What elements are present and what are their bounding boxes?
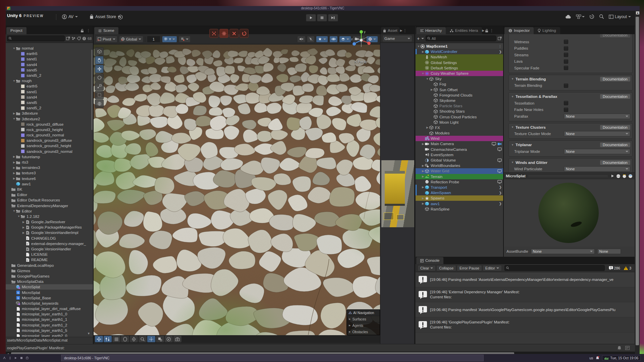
project-searchbox[interactable] <box>7 36 65 41</box>
project-tree-item[interactable]: sandrock_ground3_diffuse <box>6 138 93 143</box>
hierarchy-item[interactable]: Global Volume <box>416 158 503 163</box>
project-tree-item[interactable]: microsplat_layer_earth1_5 <box>6 328 93 333</box>
cloud-icon[interactable] <box>566 14 571 19</box>
expand-arrow[interactable]: ▼ <box>426 77 429 80</box>
prefab-open-chevron[interactable]: ❯ <box>499 202 502 205</box>
expand-arrow[interactable]: ▼ <box>417 45 420 48</box>
orientation-gizmo[interactable]: y x z <box>351 29 372 51</box>
documentation-button[interactable]: Documentation <box>600 125 630 130</box>
hierarchy-item[interactable]: ▶Water Grid <box>416 168 503 174</box>
project-tree-item[interactable]: Editor <box>6 192 93 197</box>
project-tree-item[interactable]: sand5 <box>6 100 93 105</box>
hierarchy-item[interactable]: ▼MapScene1⋮ <box>416 44 503 49</box>
console-log-entry[interactable]: [19:06:46] 'GooglePlayGamesPlugin' Manif… <box>416 317 635 333</box>
project-tree-item[interactable]: ExternalDependencyManager <box>6 203 93 208</box>
project-search-input[interactable] <box>13 37 63 41</box>
console-log-entry[interactable]: [19:06:46] 'External Dependency Manager'… <box>416 287 635 302</box>
sphere-button[interactable] <box>121 336 129 342</box>
section-header[interactable]: ▼Winds and GlitterDocumentation <box>509 159 632 166</box>
hierarchy-item[interactable]: Cirrus Cloud Particles <box>416 114 503 119</box>
project-tree-item[interactable]: earth5 <box>6 51 93 56</box>
project-tree-item[interactable]: microsplat_layer_earth1_2 <box>6 322 93 328</box>
monitor-icon[interactable] <box>497 180 502 184</box>
documentation-button[interactable]: Documentation <box>600 77 630 81</box>
project-tree-item[interactable]: SMicroSplat <box>6 290 93 295</box>
keyboard-layout[interactable]: us <box>589 356 593 360</box>
center-tool-button[interactable] <box>147 336 155 342</box>
expand-arrow[interactable]: ▶ <box>421 197 425 200</box>
lock-icon[interactable] <box>80 29 84 33</box>
documentation-button[interactable]: Documentation <box>600 142 630 147</box>
pause-button[interactable] <box>317 14 327 21</box>
hierarchy-item[interactable]: Modules <box>416 130 503 136</box>
hierarchy-item[interactable]: ▶Main Camera <box>416 141 503 146</box>
hierarchy-item[interactable]: AlienSpawn❯ <box>416 190 503 195</box>
vnc-vertical-scrollbar[interactable]: ▲ <box>635 11 640 357</box>
preview-sphere-icon[interactable] <box>616 174 621 178</box>
project-tree-item[interactable]: rock_ground3_diffuse <box>6 122 93 127</box>
expand-arrow[interactable]: ▶ <box>421 170 425 173</box>
foldout-arrow[interactable]: ▶ <box>349 318 351 320</box>
checkbox[interactable] <box>564 101 568 105</box>
project-tree-item[interactable]: microsplat_layer_earth1_0 <box>6 311 93 317</box>
tab-overflow-arrow[interactable]: ▶ <box>400 29 402 32</box>
wm-icon[interactable] <box>8 356 12 360</box>
monitor-icon[interactable] <box>492 142 496 146</box>
hierarchy-item[interactable]: ▶WorldController❯ <box>416 49 503 54</box>
tray-bell-icon[interactable] <box>596 356 599 360</box>
hierarchy-item[interactable]: EventSystem <box>416 152 503 158</box>
console-log-entry[interactable]: [19:06:46] Parsing manifest 'Assets\Goog… <box>416 302 635 317</box>
console-searchbox[interactable] <box>504 265 605 271</box>
scene-visibility-toggle[interactable] <box>329 36 338 43</box>
project-tree-item[interactable]: ▶futurelamp <box>6 154 93 160</box>
grid-size-field[interactable]: 1 <box>147 36 160 43</box>
project-tree-item[interactable]: GooglePlayGames <box>6 274 93 279</box>
project-tree-item[interactable]: Gizmos <box>6 268 93 274</box>
perspective-label[interactable]: < Persp <box>348 60 374 64</box>
project-tree-item[interactable]: ▼3dtexture2 <box>6 116 93 121</box>
zoom-button[interactable] <box>139 336 147 342</box>
prefab-open-chevron[interactable]: ❯ <box>499 185 502 189</box>
move-tool-button[interactable] <box>95 65 104 73</box>
scale-tool-button[interactable] <box>95 82 104 90</box>
ai-nav-item[interactable]: ▶Agents <box>347 322 380 328</box>
hierarchy-item[interactable]: ▶Transport❯ <box>416 185 503 190</box>
ai-nav-header[interactable]: AI Navigation <box>347 310 380 316</box>
drag-handle[interactable] <box>528 175 608 177</box>
hierarchy-item[interactable]: Global Settings <box>416 60 503 65</box>
wm-icon[interactable] <box>20 356 23 360</box>
collapse-button[interactable]: Collapse <box>436 265 456 271</box>
view-tool-button[interactable] <box>95 47 104 56</box>
prefab-open-chevron[interactable]: ❯ <box>499 50 502 54</box>
tab-inspector[interactable]: Inspector <box>504 27 534 34</box>
project-tree-item[interactable]: ▶Google.PackageManagerRes <box>6 225 93 230</box>
hierarchy-item[interactable]: Fog <box>416 81 503 87</box>
dropdown[interactable]: None <box>564 114 630 119</box>
project-tree-item[interactable]: awv1 <box>6 181 93 187</box>
editor-dropdown[interactable]: Editor <box>483 265 502 271</box>
snap-settings-button[interactable] <box>179 36 191 43</box>
foldout-arrow[interactable]: ▼ <box>511 95 514 98</box>
expand-arrow[interactable]: ▶ <box>421 164 425 167</box>
hierarchy-item[interactable]: Shooting Stars <box>416 109 503 114</box>
expand-arrow[interactable]: ▶ <box>22 221 25 224</box>
label-tag-icon[interactable] <box>77 37 81 40</box>
project-tree-item[interactable]: earth5 <box>6 83 93 89</box>
checkbox[interactable] <box>564 66 568 70</box>
checkbox[interactable] <box>564 46 568 51</box>
tab-console[interactable]: Console <box>416 257 443 264</box>
hierarchy-item[interactable]: ▶WorldBoundaries <box>416 163 503 168</box>
project-tree-item[interactable]: ▶texture6 <box>6 176 93 181</box>
refresh-tool[interactable] <box>239 29 249 38</box>
step-button[interactable] <box>328 14 338 21</box>
project-tree-item[interactable]: CHANGELOG <box>6 236 93 241</box>
effects-toggle[interactable] <box>316 36 328 43</box>
tab-asset-store[interactable]: Asset <box>381 27 399 34</box>
project-tree-item[interactable]: MicroSplat <box>6 284 93 290</box>
expand-arrow[interactable]: ▶ <box>12 166 16 169</box>
expand-arrow[interactable]: ▼ <box>12 117 16 120</box>
handle-space-toggle[interactable]: Global <box>119 36 143 43</box>
hierarchy-searchbox[interactable] <box>426 36 496 41</box>
tab-project[interactable]: Project <box>6 27 26 34</box>
hierarchy-item[interactable]: RamSpline <box>416 206 503 212</box>
